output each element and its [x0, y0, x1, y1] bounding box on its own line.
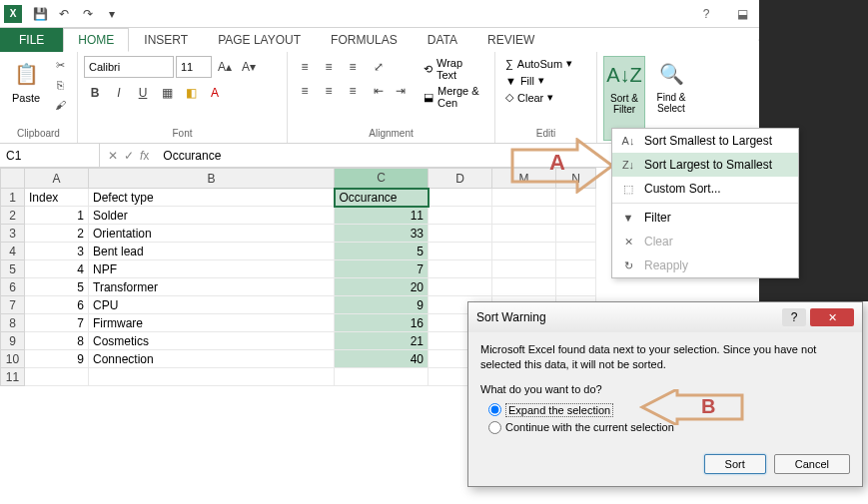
cell[interactable]: Orientation — [89, 225, 335, 243]
cell[interactable] — [429, 225, 492, 243]
cell[interactable]: 9 — [335, 296, 429, 314]
cell[interactable]: 6 — [25, 296, 89, 314]
bold-button[interactable]: B — [84, 82, 106, 104]
align-right-icon[interactable]: ≡ — [342, 80, 364, 102]
cell[interactable]: 5 — [25, 278, 89, 296]
row-header[interactable]: 9 — [1, 332, 25, 350]
tab-data[interactable]: DATA — [413, 28, 472, 52]
ribbon-options-icon[interactable]: ⬓ — [728, 3, 756, 25]
cell[interactable] — [556, 243, 596, 260]
cell[interactable]: 7 — [25, 314, 89, 332]
row-header[interactable]: 8 — [1, 314, 25, 332]
cell[interactable] — [556, 260, 596, 278]
row-header[interactable]: 2 — [1, 207, 25, 225]
row-header[interactable]: 10 — [1, 350, 25, 368]
cell[interactable]: 2 — [25, 225, 89, 243]
row-header[interactable]: 11 — [1, 368, 25, 386]
cell[interactable]: 8 — [25, 332, 89, 350]
decrease-font-icon[interactable]: A▾ — [238, 56, 260, 78]
save-icon[interactable]: 💾 — [28, 2, 52, 26]
menu-sort-smallest-largest[interactable]: A↓Sort Smallest to Largest — [612, 129, 798, 153]
decrease-indent-icon[interactable]: ⇤ — [368, 80, 390, 102]
cell[interactable] — [335, 368, 429, 386]
qat-dropdown-icon[interactable]: ▾ — [100, 2, 124, 26]
col-header-a[interactable]: A — [25, 169, 89, 189]
dialog-help-icon[interactable]: ? — [782, 308, 806, 326]
row-header[interactable]: 3 — [1, 225, 25, 243]
tab-review[interactable]: REVIEW — [472, 28, 549, 52]
cell[interactable] — [556, 278, 596, 296]
autosum-button[interactable]: ∑AutoSum▾ — [501, 56, 590, 71]
cell[interactable] — [492, 260, 556, 278]
cell[interactable] — [429, 243, 492, 260]
cell[interactable]: 7 — [335, 260, 429, 278]
cell[interactable]: 5 — [335, 243, 429, 260]
fill-color-button[interactable]: ◧ — [180, 82, 202, 104]
cell[interactable]: CPU — [89, 296, 335, 314]
redo-icon[interactable]: ↷ — [76, 2, 100, 26]
align-middle-icon[interactable]: ≡ — [318, 56, 340, 78]
cell[interactable] — [556, 207, 596, 225]
menu-filter[interactable]: ▼Filter — [612, 206, 798, 230]
cell[interactable]: 20 — [335, 278, 429, 296]
cell[interactable]: 21 — [335, 332, 429, 350]
merge-center-button[interactable]: ⬓Merge & Cen — [420, 84, 488, 110]
cell[interactable] — [429, 189, 492, 207]
increase-font-icon[interactable]: A▴ — [214, 56, 236, 78]
cell[interactable]: Bent lead — [89, 243, 335, 260]
select-all-corner[interactable] — [1, 169, 25, 189]
align-bottom-icon[interactable]: ≡ — [342, 56, 364, 78]
wrap-text-button[interactable]: ⟲Wrap Text — [420, 56, 488, 82]
col-header-c[interactable]: C — [335, 169, 429, 189]
enter-formula-icon[interactable]: ✓ — [124, 149, 134, 163]
cell[interactable]: Connection — [89, 350, 335, 368]
cell[interactable]: 3 — [25, 243, 89, 260]
dialog-close-icon[interactable]: ✕ — [810, 308, 854, 326]
cell[interactable] — [492, 207, 556, 225]
radio-continue-input[interactable] — [488, 421, 501, 434]
col-header-d[interactable]: D — [429, 169, 492, 189]
menu-custom-sort[interactable]: ⬚Custom Sort... — [612, 177, 798, 201]
border-button[interactable]: ▦ — [156, 82, 178, 104]
cancel-button[interactable]: Cancel — [774, 454, 850, 474]
cell[interactable] — [492, 225, 556, 243]
cell[interactable] — [429, 278, 492, 296]
radio-expand-input[interactable] — [488, 403, 501, 416]
cell[interactable]: 11 — [335, 207, 429, 225]
cell[interactable]: 40 — [335, 350, 429, 368]
fill-button[interactable]: ▼Fill▾ — [501, 73, 590, 88]
row-header[interactable]: 7 — [1, 296, 25, 314]
row-header[interactable]: 5 — [1, 260, 25, 278]
cell[interactable] — [89, 368, 335, 386]
cell[interactable] — [429, 207, 492, 225]
tab-formulas[interactable]: FORMULAS — [316, 28, 413, 52]
align-center-icon[interactable]: ≡ — [318, 80, 340, 102]
tab-insert[interactable]: INSERT — [129, 28, 203, 52]
row-header[interactable]: 4 — [1, 243, 25, 260]
cell-active[interactable]: Occurance — [335, 189, 429, 207]
orientation-icon[interactable]: ⤢ — [368, 56, 390, 78]
help-icon[interactable]: ? — [692, 3, 720, 25]
col-header-b[interactable]: B — [89, 169, 335, 189]
copy-icon[interactable]: ⎘ — [50, 76, 70, 94]
tab-home[interactable]: HOME — [63, 28, 129, 52]
cell[interactable]: Transformer — [89, 278, 335, 296]
cell[interactable] — [492, 243, 556, 260]
cell[interactable] — [429, 260, 492, 278]
font-color-button[interactable]: A — [204, 82, 226, 104]
format-painter-icon[interactable]: 🖌 — [50, 96, 70, 114]
cell[interactable]: 16 — [335, 314, 429, 332]
cell[interactable] — [556, 225, 596, 243]
cell[interactable]: Index — [25, 189, 89, 207]
align-top-icon[interactable]: ≡ — [294, 56, 316, 78]
cell[interactable] — [25, 368, 89, 386]
clear-button[interactable]: ◇Clear▾ — [501, 90, 590, 105]
cell[interactable]: Defect type — [89, 189, 335, 207]
underline-button[interactable]: U — [132, 82, 154, 104]
cell[interactable]: 1 — [25, 207, 89, 225]
menu-sort-largest-smallest[interactable]: Z↓Sort Largest to Smallest — [612, 153, 798, 177]
cut-icon[interactable]: ✂ — [50, 56, 70, 74]
sort-button[interactable]: Sort — [704, 454, 766, 474]
italic-button[interactable]: I — [108, 82, 130, 104]
cell[interactable]: 9 — [25, 350, 89, 368]
